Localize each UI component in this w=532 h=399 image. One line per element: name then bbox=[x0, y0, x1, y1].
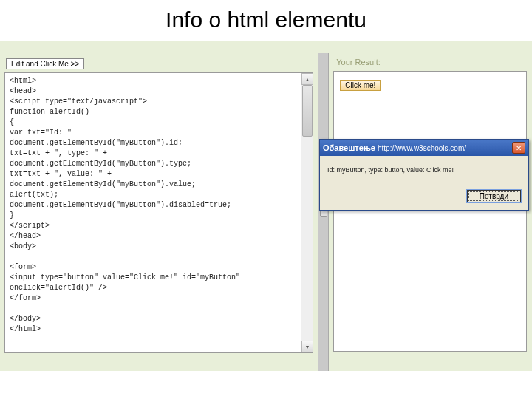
splitter-handle[interactable] bbox=[318, 53, 329, 371]
edit-and-click-button[interactable]: Edit and Click Me >> bbox=[6, 58, 84, 69]
code-textarea[interactable]: <html> <head> <script type="text/javascr… bbox=[4, 72, 313, 353]
result-panel: Your Result: Click me! bbox=[329, 53, 532, 371]
dialog-ok-button[interactable]: Потврди bbox=[467, 190, 521, 202]
scroll-thumb[interactable] bbox=[302, 85, 313, 137]
dialog-footer: Потврди bbox=[320, 190, 528, 210]
scroll-down-icon[interactable]: ▼ bbox=[301, 341, 313, 352]
slide-title: Info o html elementu bbox=[0, 0, 532, 37]
dialog-message: Id: myButton, type: button, value: Click… bbox=[327, 166, 521, 174]
dialog-titlebar[interactable]: Обавештење http://www.w3schools.com/ ✕ bbox=[320, 140, 528, 156]
close-icon: ✕ bbox=[516, 144, 522, 152]
code-content[interactable]: <html> <head> <script type="text/javascr… bbox=[5, 73, 313, 338]
scrollbar[interactable]: ▲ ▼ bbox=[301, 73, 313, 352]
result-label: Your Result: bbox=[333, 53, 528, 71]
alert-dialog: Обавештење http://www.w3schools.com/ ✕ I… bbox=[319, 139, 529, 211]
click-me-button[interactable]: Click me! bbox=[340, 80, 381, 91]
dialog-close-button[interactable]: ✕ bbox=[512, 142, 525, 154]
result-frame: Click me! bbox=[333, 71, 527, 352]
editor-panel: Edit and Click Me >> <html> <head> <scri… bbox=[0, 53, 318, 371]
tryit-editor-area: Edit and Click Me >> <html> <head> <scri… bbox=[0, 41, 532, 399]
dialog-body: Id: myButton, type: button, value: Click… bbox=[320, 156, 528, 190]
scroll-up-icon[interactable]: ▲ bbox=[301, 73, 313, 85]
top-strip bbox=[0, 41, 532, 53]
dialog-title-url: http://www.w3schools.com/ bbox=[378, 144, 466, 152]
content-row: Edit and Click Me >> <html> <head> <scri… bbox=[0, 53, 532, 371]
dialog-title-prefix: Обавештење bbox=[323, 143, 375, 152]
